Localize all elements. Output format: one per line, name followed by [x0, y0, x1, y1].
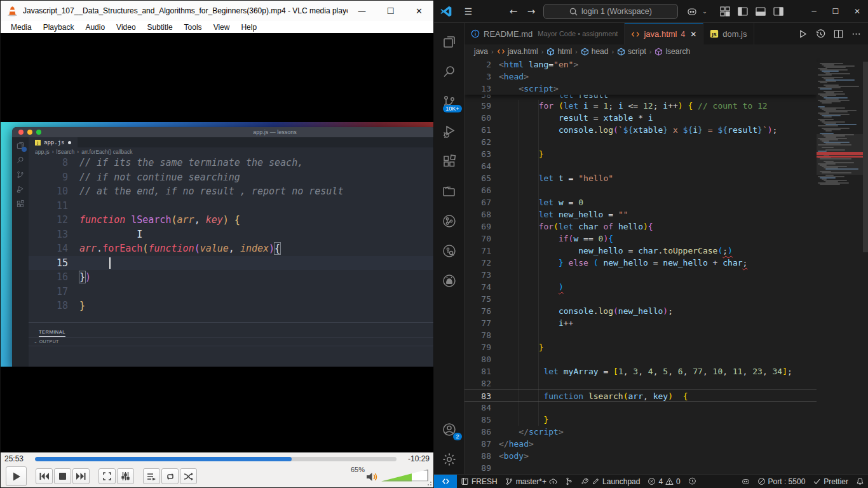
playlist-button[interactable]	[143, 468, 160, 484]
status-scm-graph[interactable]	[561, 475, 577, 488]
stop-button[interactable]	[54, 468, 71, 484]
activity-item-settings[interactable]	[434, 444, 465, 474]
timeline-icon[interactable]	[813, 27, 827, 41]
command-center-search[interactable]: login 1 (Workspace)	[543, 4, 678, 19]
volume-slider[interactable]	[381, 470, 428, 482]
status-live-server-port[interactable]: Port : 5500	[754, 475, 810, 488]
previous-button[interactable]	[36, 468, 53, 484]
code-line[interactable]: 59 for (let i = 1; i <= 12; i++) { // co…	[465, 100, 817, 112]
activity-item-run-debug[interactable]	[434, 116, 465, 146]
code-line[interactable]: 89	[465, 462, 817, 474]
code-line[interactable]: 63 }	[465, 148, 817, 160]
volume-icon[interactable]	[366, 472, 377, 482]
tab-java[interactable]: java.html4✕	[625, 23, 703, 44]
code-line[interactable]: 2<html lang="en">	[465, 58, 817, 71]
activity-item-explorer[interactable]	[434, 27, 465, 57]
breadcrumb-item-lsearch[interactable]: lsearch	[654, 47, 690, 56]
activity-item-account[interactable]: 2	[434, 414, 465, 444]
status-profile-fresh[interactable]: FRESH	[457, 475, 501, 488]
tab-dom[interactable]: JSdom.js	[703, 23, 754, 44]
menu-item-subtitle[interactable]: Subtitle	[142, 22, 178, 32]
code-line[interactable]: 80	[465, 353, 817, 365]
status-timeline[interactable]	[684, 475, 700, 488]
shuffle-button[interactable]	[180, 468, 197, 484]
split-editor-button[interactable]	[831, 27, 845, 41]
code-line[interactable]: 86 </script>	[465, 426, 817, 438]
code-line[interactable]: 77 i++	[465, 317, 817, 329]
code-line[interactable]: 79 }	[465, 341, 817, 353]
vscode-minimize-button[interactable]: ─	[803, 0, 825, 23]
run-button[interactable]	[796, 27, 810, 41]
forward-arrow-button[interactable]: →	[523, 0, 539, 23]
vscode-maximize-button[interactable]: ☐	[825, 0, 846, 23]
code-line[interactable]: 71 new_hello = char.toUpperCase(;)	[465, 245, 817, 257]
code-line[interactable]: 64	[465, 160, 817, 172]
toggle-sidebar-button[interactable]	[734, 0, 752, 23]
code-line[interactable]: 78	[465, 329, 817, 341]
code-line[interactable]: 85 }	[465, 414, 817, 426]
toggle-panel-button[interactable]	[752, 0, 770, 23]
breadcrumb-item-java[interactable]: java	[474, 47, 488, 56]
code-line[interactable]: 65 let t = "hello"	[465, 172, 817, 184]
back-arrow-button[interactable]: ←	[505, 0, 522, 23]
menu-icon[interactable]: ☰	[461, 6, 475, 17]
menu-item-audio[interactable]: Audio	[80, 22, 110, 32]
status-remote-indicator[interactable]	[434, 475, 457, 488]
code-line[interactable]: 68 let new_hello = ""	[465, 208, 817, 220]
code-line[interactable]: 72 } else ( new_hello = new_hello + char…	[465, 257, 817, 269]
code-line[interactable]: 84	[465, 402, 817, 414]
activity-item-git-graph[interactable]	[434, 206, 465, 236]
seek-slider[interactable]	[35, 457, 397, 461]
editor-scrollbar[interactable]	[863, 62, 868, 252]
code-line[interactable]: 76 console.log(new_hello);	[465, 305, 817, 317]
code-line[interactable]: 69 for(let char of hello){	[465, 220, 817, 233]
play-button[interactable]	[6, 466, 27, 486]
resize-grip[interactable]	[426, 480, 431, 485]
sticky-scroll[interactable]: 2<html lang="en">3<head>13 <script>	[465, 58, 817, 95]
code-line[interactable]: 82	[465, 377, 817, 390]
close-icon[interactable]: ✕	[690, 30, 696, 39]
code-line[interactable]: 61 console.log(`${xtable} x ${i} = ${res…	[465, 124, 817, 136]
code-line[interactable]: 87</head>	[465, 438, 817, 450]
activity-item-github[interactable]	[434, 266, 465, 295]
menu-item-help[interactable]: Help	[236, 22, 262, 32]
status-copilot-status[interactable]	[738, 475, 754, 488]
code-line[interactable]: 70 if(w == 0){	[465, 233, 817, 245]
vlc-minimize-button[interactable]: —	[348, 1, 376, 21]
activity-item-source-control[interactable]: 10K+	[434, 86, 465, 116]
status-git-branch[interactable]: master*+	[501, 475, 561, 488]
code-line[interactable]: 75	[465, 293, 817, 305]
vlc-maximize-button[interactable]: ☐	[376, 1, 405, 21]
chevron-down-icon[interactable]: ⌄	[700, 0, 710, 23]
status-problems[interactable]: 40	[644, 475, 684, 488]
code-line[interactable]: 88<body>	[465, 450, 817, 462]
fullscreen-button[interactable]	[98, 468, 116, 484]
menu-item-view[interactable]: View	[208, 22, 235, 32]
loop-button[interactable]	[161, 468, 179, 484]
code-line[interactable]: 74 )	[465, 281, 817, 293]
breadcrumb-item-java-html[interactable]: java.html	[497, 47, 538, 56]
vscode-close-button[interactable]: ✕	[846, 0, 868, 23]
vlc-close-button[interactable]: ✕	[405, 1, 433, 21]
code-line[interactable]: 13 <script>	[465, 83, 817, 95]
minimap[interactable]	[817, 62, 863, 474]
code-line[interactable]: 62	[465, 136, 817, 148]
activity-item-gitlens[interactable]	[434, 236, 465, 266]
code-line[interactable]: 67 let w = 0	[465, 196, 817, 208]
code-line[interactable]: 3<head>	[465, 71, 817, 83]
activity-item-search[interactable]	[434, 57, 465, 86]
code-line[interactable]: 73	[465, 269, 817, 281]
activity-item-extensions[interactable]	[434, 146, 465, 176]
next-button[interactable]	[72, 468, 90, 484]
breadcrumb-item-html[interactable]: html	[546, 47, 572, 56]
menu-item-media[interactable]: Media	[6, 22, 37, 32]
breadcrumb-item-script[interactable]: script	[617, 47, 646, 56]
menu-item-video[interactable]: Video	[111, 22, 140, 32]
code-line[interactable]: 60 result = xtable * i	[465, 112, 817, 124]
vlc-video-area[interactable]: app.js — lessons J app.js	[1, 33, 433, 452]
menu-item-tools[interactable]: Tools	[179, 22, 207, 32]
customize-layout-button[interactable]	[716, 0, 734, 23]
copilot-button[interactable]	[683, 0, 701, 23]
extended-settings-button[interactable]	[117, 468, 134, 484]
code-line[interactable]: 81 let myArray = [1, 3, 4, 5, 6, 77, 10,…	[465, 365, 817, 377]
